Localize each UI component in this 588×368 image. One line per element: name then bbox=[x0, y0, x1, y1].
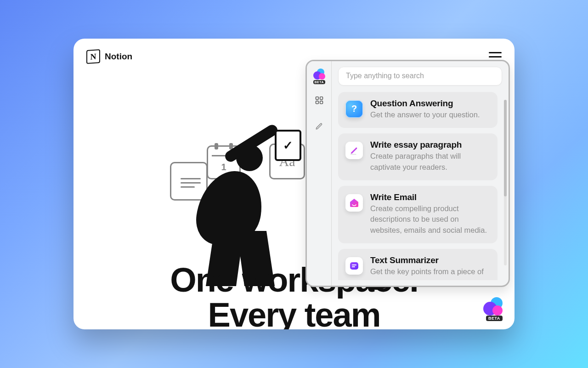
svg-rect-6 bbox=[352, 264, 356, 265]
hamburger-line-icon bbox=[489, 56, 502, 58]
svg-rect-4 bbox=[351, 154, 356, 154]
ai-card-text-summarizer[interactable]: Text Summarizer Get the key points from … bbox=[338, 249, 498, 280]
ai-card-write-email[interactable]: Write Email Create compelling product de… bbox=[338, 186, 498, 244]
brand-name: Notion bbox=[105, 52, 132, 62]
svg-rect-0 bbox=[316, 97, 318, 100]
summary-icon bbox=[345, 257, 363, 275]
svg-rect-5 bbox=[350, 262, 358, 270]
ai-rail-pencil[interactable] bbox=[312, 119, 326, 133]
brand[interactable]: N Notion bbox=[86, 50, 132, 63]
notion-logo-icon: N bbox=[86, 49, 100, 64]
search-input[interactable] bbox=[346, 72, 494, 80]
ai-rail-grid[interactable] bbox=[312, 93, 326, 107]
hero-line-2: Every team bbox=[208, 296, 380, 329]
ai-card-desc: Get the key points from a piece of text. bbox=[370, 266, 490, 280]
house-icon bbox=[345, 194, 363, 212]
logo-blob-icon bbox=[319, 73, 325, 80]
ai-card-write-essay[interactable]: Write essay paragraph Create paragraphs … bbox=[338, 133, 498, 180]
svg-rect-1 bbox=[320, 97, 322, 100]
ai-card-title: Question Answering bbox=[370, 98, 490, 109]
pencil-gradient-icon bbox=[345, 142, 363, 159]
hamburger-line-icon bbox=[489, 52, 502, 53]
scrollbar-thumb[interactable] bbox=[504, 100, 507, 196]
ai-card-desc: Create paragraphs that will captivate yo… bbox=[370, 151, 490, 173]
ai-main: ? Question Answering Get the answer to y… bbox=[332, 61, 509, 286]
beta-badge: BETA bbox=[486, 316, 503, 321]
beta-badge: BETA bbox=[313, 80, 326, 84]
logo-blob-icon bbox=[492, 305, 503, 316]
app-window: N Notion 1 Aa ✓ bbox=[74, 39, 514, 329]
grid-icon bbox=[315, 96, 324, 105]
pencil-icon bbox=[315, 122, 323, 130]
beta-float-button[interactable]: BETA bbox=[481, 296, 505, 320]
ai-rail-logo[interactable]: BETA bbox=[312, 68, 326, 81]
ai-card-title: Text Summarizer bbox=[370, 255, 490, 265]
ai-card-title: Write essay paragraph bbox=[370, 140, 490, 150]
ai-card-question-answering[interactable]: ? Question Answering Get the answer to y… bbox=[338, 92, 498, 128]
scrollbar-track[interactable] bbox=[504, 100, 507, 265]
ai-card-desc: Get the answer to your question. bbox=[370, 109, 490, 121]
ai-search[interactable] bbox=[338, 67, 502, 86]
ai-card-title: Write Email bbox=[370, 192, 490, 202]
ai-rail: BETA bbox=[307, 61, 332, 286]
ai-card-list: ? Question Answering Get the answer to y… bbox=[338, 92, 502, 280]
ai-card-desc: Create compelling product descriptions t… bbox=[370, 203, 490, 236]
svg-rect-7 bbox=[352, 266, 355, 267]
question-icon: ? bbox=[345, 100, 363, 118]
ai-panel: BETA ? Question Answering bbox=[305, 60, 510, 287]
svg-rect-2 bbox=[316, 101, 318, 104]
svg-rect-3 bbox=[320, 101, 322, 104]
